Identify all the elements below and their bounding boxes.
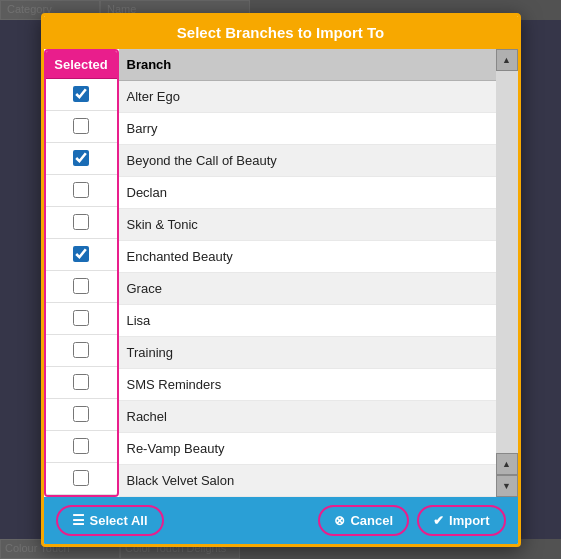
branch-checkbox-10[interactable] bbox=[73, 406, 89, 422]
branch-checkbox-2[interactable] bbox=[73, 150, 89, 166]
branch-row[interactable]: Alter Ego bbox=[119, 81, 496, 113]
cancel-button[interactable]: ⊗ Cancel bbox=[318, 505, 409, 536]
branch-checkbox-4[interactable] bbox=[73, 214, 89, 230]
branch-row[interactable]: Skin & Tonic bbox=[119, 209, 496, 241]
branch-checkbox-12[interactable] bbox=[73, 470, 89, 486]
checkbox-row bbox=[46, 79, 117, 111]
import-button[interactable]: ✔ Import bbox=[417, 505, 505, 536]
branch-checkbox-0[interactable] bbox=[73, 86, 89, 102]
checkbox-list bbox=[46, 79, 117, 495]
select-all-button[interactable]: ☰ Select All bbox=[56, 505, 164, 536]
checkbox-row bbox=[46, 207, 117, 239]
selected-section: Selected bbox=[44, 49, 119, 497]
checkbox-row bbox=[46, 175, 117, 207]
branch-row[interactable]: SMS Reminders bbox=[119, 369, 496, 401]
branch-checkbox-9[interactable] bbox=[73, 374, 89, 390]
branch-row[interactable]: Enchanted Beauty bbox=[119, 241, 496, 273]
branch-list: Alter EgoBarryBeyond the Call of BeautyD… bbox=[119, 81, 496, 497]
branch-row[interactable]: Black Velvet Salon bbox=[119, 465, 496, 497]
branch-checkbox-6[interactable] bbox=[73, 278, 89, 294]
checkbox-row bbox=[46, 399, 117, 431]
branch-checkbox-7[interactable] bbox=[73, 310, 89, 326]
branch-checkbox-11[interactable] bbox=[73, 438, 89, 454]
import-label: Import bbox=[449, 513, 489, 528]
import-icon: ✔ bbox=[433, 513, 444, 528]
scroll-up-btn[interactable]: ▲ bbox=[496, 49, 518, 71]
branch-col: Branch Alter EgoBarryBeyond the Call of … bbox=[119, 49, 496, 497]
branch-row[interactable]: Re-Vamp Beauty bbox=[119, 433, 496, 465]
scrollbar: ▲ ▲ ▼ bbox=[496, 49, 518, 497]
checkbox-row bbox=[46, 431, 117, 463]
branch-row[interactable]: Training bbox=[119, 337, 496, 369]
select-all-label: Select All bbox=[90, 513, 148, 528]
modal-footer: ☰ Select All ⊗ Cancel ✔ Import bbox=[44, 497, 518, 544]
select-all-icon: ☰ bbox=[72, 513, 85, 527]
branch-checkbox-5[interactable] bbox=[73, 246, 89, 262]
modal-overlay: Select Branches to Import To Selected Br… bbox=[0, 0, 561, 559]
branch-row[interactable]: Barry bbox=[119, 113, 496, 145]
checkbox-row bbox=[46, 239, 117, 271]
selected-header: Selected bbox=[46, 51, 117, 79]
checkbox-row bbox=[46, 271, 117, 303]
cancel-icon: ⊗ bbox=[334, 513, 345, 528]
checkbox-row bbox=[46, 367, 117, 399]
cancel-label: Cancel bbox=[350, 513, 393, 528]
branch-checkbox-3[interactable] bbox=[73, 182, 89, 198]
checkbox-row bbox=[46, 143, 117, 175]
footer-right: ⊗ Cancel ✔ Import bbox=[318, 505, 505, 536]
scroll-track bbox=[496, 71, 518, 453]
scroll-mid-up-btn[interactable]: ▲ bbox=[496, 453, 518, 475]
checkbox-row bbox=[46, 111, 117, 143]
branch-row[interactable]: Grace bbox=[119, 273, 496, 305]
branch-row[interactable]: Beyond the Call of Beauty bbox=[119, 145, 496, 177]
scroll-mid-down-btn[interactable]: ▼ bbox=[496, 475, 518, 497]
modal-body: Selected Branch Alter EgoBarryBeyond the… bbox=[44, 49, 518, 497]
branch-row[interactable]: Rachel bbox=[119, 401, 496, 433]
checkbox-row bbox=[46, 303, 117, 335]
branch-checkbox-1[interactable] bbox=[73, 118, 89, 134]
branch-row[interactable]: Declan bbox=[119, 177, 496, 209]
modal-title: Select Branches to Import To bbox=[44, 16, 518, 49]
checkbox-row bbox=[46, 463, 117, 495]
branch-row[interactable]: Lisa bbox=[119, 305, 496, 337]
branch-header: Branch bbox=[119, 49, 496, 81]
checkbox-row bbox=[46, 335, 117, 367]
modal: Select Branches to Import To Selected Br… bbox=[41, 13, 521, 547]
branch-checkbox-8[interactable] bbox=[73, 342, 89, 358]
